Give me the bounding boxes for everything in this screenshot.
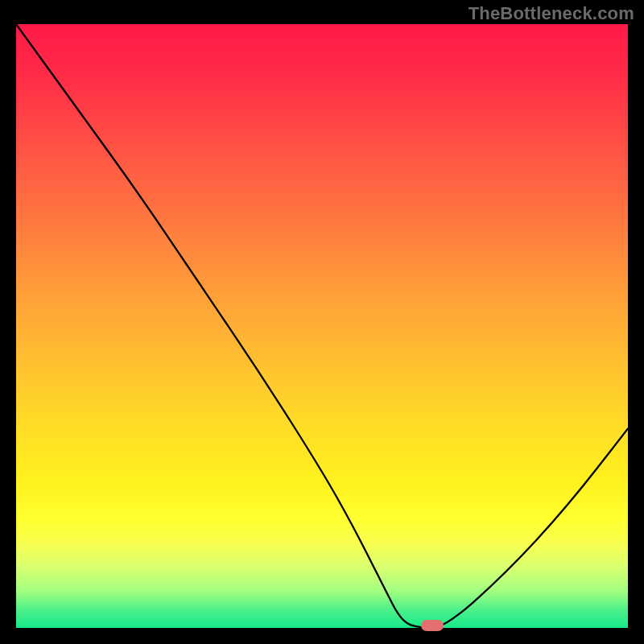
- attribution-text: TheBottleneck.com: [469, 3, 634, 24]
- bottleneck-curve: [16, 24, 628, 628]
- chart-frame: TheBottleneck.com: [0, 0, 644, 644]
- optimal-marker: [421, 620, 444, 631]
- plot-area: [16, 24, 628, 628]
